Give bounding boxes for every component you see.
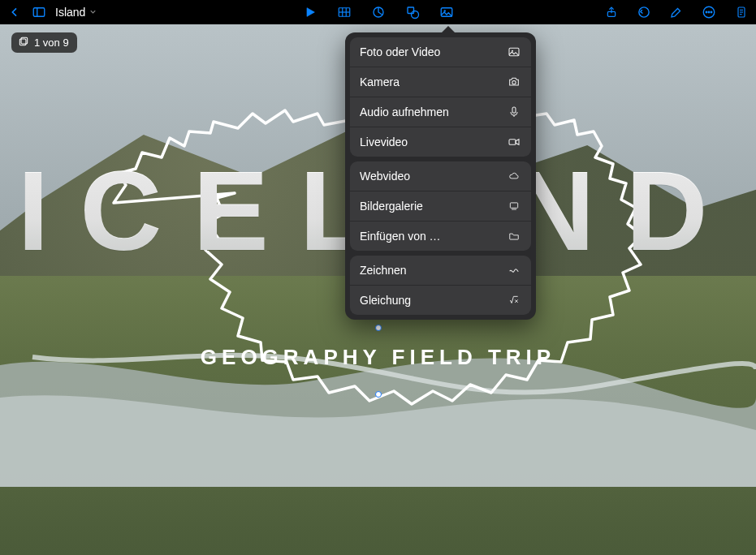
insert-table-button[interactable] (336, 4, 352, 20)
menu-item-equation[interactable]: Gleichung (350, 286, 531, 315)
video-camera-icon (507, 135, 521, 149)
play-button[interactable] (302, 4, 318, 20)
document-options-button[interactable] (733, 4, 750, 20)
svg-point-26 (512, 81, 516, 84)
menu-item-label: Einfügen von … (360, 230, 441, 243)
menu-item-draw[interactable]: Zeichnen (350, 256, 531, 286)
stack-icon (18, 36, 29, 49)
camera-icon (507, 75, 521, 89)
microphone-icon (507, 105, 521, 119)
svg-rect-23 (19, 39, 26, 45)
back-button[interactable] (6, 4, 23, 20)
menu-item-photo-or-video[interactable]: Foto oder Video (350, 37, 531, 67)
insert-chart-button[interactable] (370, 4, 387, 20)
folder-icon (507, 229, 521, 243)
menu-item-image-gallery[interactable]: Bildergalerie (350, 191, 531, 222)
scribble-icon (507, 263, 521, 278)
menu-item-label: Livevideo (360, 136, 408, 148)
slide-counter-badge[interactable]: 1 von 9 (11, 32, 77, 53)
svg-rect-29 (509, 140, 516, 145)
selection-handle[interactable] (375, 325, 382, 331)
menu-item-insert-from[interactable]: Einfügen von … (350, 222, 531, 251)
menu-group-1: Foto oder Video Kamera Audio aufnehmen L… (350, 37, 531, 157)
slide-subtitle-text[interactable]: GEOGRAPHY FIELD TRIP (0, 345, 756, 370)
menu-item-label: Bildergalerie (360, 200, 423, 213)
svg-point-16 (708, 11, 710, 13)
equation-icon (507, 293, 521, 308)
svg-rect-0 (33, 8, 45, 17)
toolbar-right (603, 4, 750, 20)
insert-shape-button[interactable] (404, 4, 421, 20)
menu-item-label: Gleichung (360, 294, 411, 307)
document-title[interactable]: Island (55, 6, 97, 19)
menu-item-label: Webvideo (360, 170, 410, 183)
svg-point-15 (706, 11, 707, 13)
share-button[interactable] (603, 4, 620, 20)
cloud-icon (507, 169, 521, 183)
menu-item-label: Zeichnen (360, 264, 407, 277)
more-button[interactable] (701, 4, 717, 20)
svg-marker-30 (516, 140, 519, 145)
toolbar: Island (0, 0, 756, 24)
chevron-down-icon (89, 6, 97, 19)
svg-rect-8 (408, 7, 414, 14)
menu-item-web-video[interactable]: Webvideo (350, 161, 531, 191)
svg-rect-22 (21, 37, 28, 44)
menu-item-record-audio[interactable]: Audio aufnehmen (350, 97, 531, 127)
undo-button[interactable] (636, 4, 652, 20)
menu-item-camera[interactable]: Kamera (350, 67, 531, 97)
svg-point-9 (411, 11, 418, 19)
insert-media-button[interactable] (438, 4, 455, 20)
svg-rect-31 (510, 203, 517, 208)
toolbar-left: Island (6, 4, 97, 20)
menu-item-label: Foto oder Video (360, 45, 440, 58)
insert-media-menu: Foto oder Video Kamera Audio aufnehmen L… (345, 32, 536, 320)
slide-counter-text: 1 von 9 (34, 37, 69, 49)
svg-rect-27 (512, 107, 516, 113)
keynote-app-window: Island (0, 0, 756, 555)
toolbar-center (302, 4, 455, 20)
photo-icon (507, 45, 521, 59)
svg-point-17 (711, 11, 712, 13)
menu-item-label: Kamera (360, 75, 400, 88)
selection-handle[interactable] (375, 391, 382, 398)
sidebar-toggle-button[interactable] (31, 4, 47, 20)
svg-marker-2 (307, 8, 314, 17)
menu-item-label: Audio aufnehmen (360, 105, 449, 118)
gallery-icon (507, 199, 521, 213)
menu-group-2: Webvideo Bildergalerie Einfügen von … (350, 161, 531, 251)
document-title-text: Island (55, 6, 85, 19)
menu-item-live-video[interactable]: Livevideo (350, 127, 531, 157)
menu-group-3: Zeichnen Gleichung (350, 256, 531, 315)
format-brush-button[interactable] (668, 4, 685, 20)
